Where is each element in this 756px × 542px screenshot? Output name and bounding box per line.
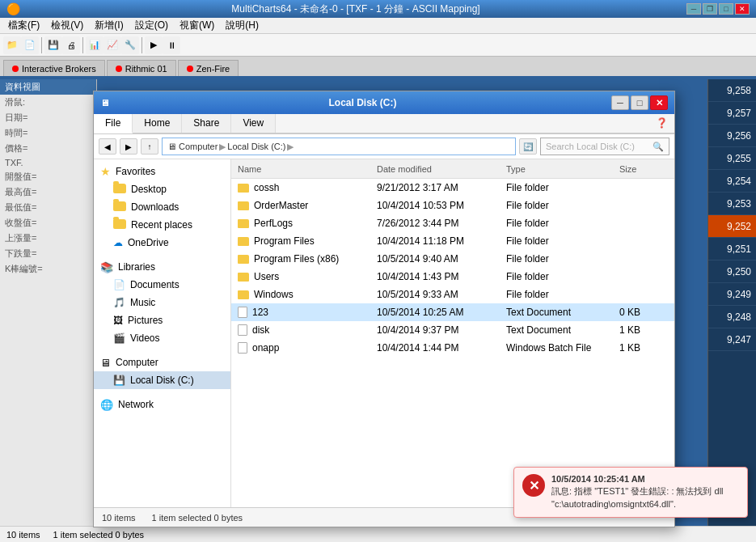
tree-network[interactable]: 🌐 Network [94,396,230,413]
error-content: 10/5/2014 10:25:41 AM 訊息: 指標 "TEST1" 發生錯… [551,474,739,510]
tree-onedrive[interactable]: ☁ OneDrive [94,234,230,252]
computer-section: 🖥 Computer 💾 Local Disk (C:) [94,354,230,389]
nav-refresh-btn[interactable]: 🔄 [519,138,537,155]
tab-interactive-brokers[interactable]: Interactive Brokers [3,60,105,76]
file-modified-programfiles: 10/4/2014 11:18 PM [377,235,506,247]
app-maximize-btn[interactable]: □ [719,3,733,15]
toolbar-btn-6[interactable]: 📈 [103,36,121,54]
price-row-8: 9,250 [708,260,756,283]
error-message: 訊息: 指標 "TEST1" 發生錯誤: : 無法找到 dll"c:\autot… [551,485,739,510]
toolbar-btn-5[interactable]: 📊 [86,36,103,54]
folder-icon-programfiles [238,237,249,246]
menu-window[interactable]: 視窗(W) [175,18,219,33]
documents-label: Documents [130,279,179,290]
tab-dot-3 [187,66,193,72]
col-size[interactable]: Size [619,164,668,174]
menu-view[interactable]: 檢視(V) [46,18,88,33]
dialog-maximize-btn[interactable]: □ [631,95,648,110]
file-type-onapp: Windows Batch File [506,342,619,354]
search-box[interactable]: Search Local Disk (C:) 🔍 [540,138,669,155]
nav-forward-btn[interactable]: ▶ [120,138,137,155]
app-minimize-btn[interactable]: ─ [686,3,701,15]
menu-help[interactable]: 說明(H) [221,18,264,33]
tree-videos[interactable]: 🎬 Videos [94,329,230,347]
menu-settings[interactable]: 設定(O) [130,18,173,33]
sidebar-header: 資料視圖 [0,79,96,95]
network-section: 🌐 Network [94,396,230,413]
tree-documents[interactable]: 📄 Documents [94,276,230,294]
file-row-perflogs[interactable]: PerfLogs 7/26/2012 3:44 PM File folder [231,214,674,232]
app-close-btn[interactable]: ✕ [735,3,750,15]
downloads-label: Downloads [131,201,179,213]
price-row-7: 9,251 [708,238,756,260]
file-row-windows[interactable]: Windows 10/5/2014 9:33 AM File folder [231,286,674,303]
file-row-disk[interactable]: disk 10/4/2014 9:37 PM Text Document 1 K… [231,321,674,339]
price-row-9: 9,249 [708,283,756,306]
tree-desktop[interactable]: Desktop [94,180,230,198]
tab-rithmic[interactable]: Rithmic 01 [107,60,176,76]
toolbar-btn-1[interactable]: 📁 [3,36,21,54]
col-type[interactable]: Type [506,164,619,174]
sidebar-up: 上漲量= [0,231,96,246]
tree-recent-places[interactable]: Recent places [94,216,230,234]
price-row-3: 9,255 [708,147,756,170]
dialog-close-btn[interactable]: ✕ [650,95,668,110]
col-modified[interactable]: Date modified [377,164,506,174]
music-icon: 🎵 [113,297,125,308]
file-row-programfiles[interactable]: Program Files 10/4/2014 11:18 PM File fo… [231,232,674,250]
toolbar-btn-8[interactable]: ▶ [145,36,163,54]
tree-computer[interactable]: 🖥 Computer [94,354,230,371]
address-path[interactable]: 🖥 Computer ▶ Local Disk (C:) ▶ [162,138,516,155]
price-row-6: 9,252 [708,215,756,238]
toolbar-btn-4[interactable]: 🖨 [62,36,80,54]
ribbon-tab-file[interactable]: File [94,114,133,133]
file-explorer-dialog: 🖥 Local Disk (C:) ─ □ ✕ File Home Share … [93,91,675,527]
path-computer[interactable]: 🖥 Computer [167,142,218,151]
tab-zen-fire[interactable]: Zen-Fire [178,60,239,76]
statusbar-items: 10 items [6,530,40,540]
file-modified-windows: 10/5/2014 9:33 AM [377,289,506,300]
ribbon-help-btn[interactable]: ❓ [649,114,674,133]
path-localdisk[interactable]: Local Disk (C:) [227,142,285,151]
file-name-programfiles: Program Files [238,235,377,247]
file-row-onapp[interactable]: onapp 10/4/2014 1:44 PM Windows Batch Fi… [231,339,674,357]
file-list: Name Date modified Type Size cossh 9/21/… [231,159,674,507]
file-row-programfiles-x86[interactable]: Program Files (x86) 10/5/2014 9:40 AM Fi… [231,250,674,268]
file-row-123[interactable]: 123 10/5/2014 10:25 AM Text Document 0 K… [231,303,674,321]
toolbar-btn-2[interactable]: 📄 [21,36,39,54]
tree-pictures[interactable]: 🖼 Pictures [94,311,230,329]
menu-file[interactable]: 檔案(F) [3,18,44,33]
file-size-onapp: 1 KB [619,342,668,354]
ribbon-tab-view[interactable]: View [231,114,276,133]
tab-dot-2 [116,66,122,72]
toolbar-btn-3[interactable]: 💾 [44,36,62,54]
file-row-ordermaster[interactable]: OrderMaster 10/4/2014 10:53 PM File fold… [231,197,674,214]
menu-new[interactable]: 新增(I) [90,18,128,33]
file-name-users: Users [238,271,377,282]
toolbar-sep-3 [141,37,142,53]
ribbon-tab-share[interactable]: Share [182,114,231,133]
tree-local-disk[interactable]: 💾 Local Disk (C:) [94,371,230,389]
tree-music[interactable]: 🎵 Music [94,294,230,311]
toolbar-btn-7[interactable]: 🔧 [121,36,139,54]
file-name-perflogs: PerfLogs [238,218,377,229]
file-modified-programfiles-x86: 10/5/2014 9:40 AM [377,253,506,265]
price-row-11: 9,247 [708,328,756,351]
file-row-cossh[interactable]: cossh 9/21/2012 3:17 AM File folder [231,179,674,197]
sidebar-kbar: K棒編號= [0,261,96,277]
app-restore-btn[interactable]: ❐ [703,3,717,15]
dialog-minimize-btn[interactable]: ─ [611,95,629,110]
tree-favorites[interactable]: ★ Favorites [94,163,230,180]
error-icon: ✕ [522,474,545,497]
tree-libraries[interactable]: 📚 Libraries [94,258,230,276]
nav-back-btn[interactable]: ◀ [99,138,116,155]
favorites-section: ★ Favorites Desktop Downloads Recent pla… [94,163,230,252]
computer-icon: 🖥 [100,357,111,369]
tree-downloads[interactable]: Downloads [94,198,230,216]
ribbon-tab-home[interactable]: Home [133,114,182,133]
toolbar-btn-9[interactable]: ⏸ [163,36,180,54]
col-name[interactable]: Name [238,164,377,174]
file-row-users[interactable]: Users 10/4/2014 1:43 PM File folder [231,268,674,286]
nav-up-btn[interactable]: ↑ [141,138,158,155]
network-icon: 🌐 [100,399,113,411]
